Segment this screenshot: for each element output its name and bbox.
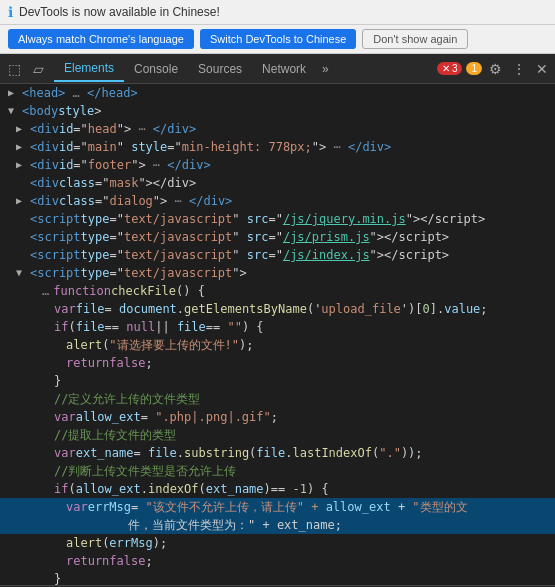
button-bar: Always match Chrome's language Switch De… — [0, 25, 555, 54]
notification-bar: ℹ DevTools is now available in Chinese! — [0, 0, 555, 25]
error-count: 3 — [452, 63, 458, 74]
code-line: ▶ <div class="mask"></div> — [0, 174, 555, 192]
code-line: ▶ //判断上传文件类型是否允许上传 — [0, 462, 555, 480]
notification-text: DevTools is now available in Chinese! — [19, 5, 547, 19]
code-line: ▼ <script type="text/javascript"> — [0, 264, 555, 282]
more-tabs-button[interactable]: » — [316, 62, 335, 76]
tree-toggle[interactable]: ▶ — [8, 84, 20, 102]
code-line: ▶ var ext_name = file.substring(file.las… — [0, 444, 555, 462]
right-icons: ✕ 3 1 ⚙ ⋮ ✕ — [437, 61, 551, 77]
code-line: ▼ <body style> — [0, 102, 555, 120]
tab-network[interactable]: Network — [252, 57, 316, 81]
more-options-icon[interactable]: ⋮ — [509, 61, 529, 77]
code-line: ▶ <script type="text/javascript" src="/j… — [0, 210, 555, 228]
switch-chinese-button[interactable]: Switch DevTools to Chinese — [200, 29, 356, 49]
tab-bar: ⬚ ▱ Elements Console Sources Network » ✕… — [0, 54, 555, 84]
code-line: ▶ var file = document.getElementsByName(… — [0, 300, 555, 318]
code-line: ▶ } — [0, 570, 555, 585]
code-line: ▶ } — [0, 372, 555, 390]
code-line: ▶ … function checkFile() { — [0, 282, 555, 300]
code-line: ▶ <div class="dialog"> ⋯ </div> — [0, 192, 555, 210]
code-line: ▶ <div id="footer"> ⋯ </div> — [0, 156, 555, 174]
tab-sources[interactable]: Sources — [188, 57, 252, 81]
code-line: ▶ <script type="text/javascript" src="/j… — [0, 246, 555, 264]
code-line: ▶ alert(errMsg); — [0, 534, 555, 552]
inspect-icon[interactable]: ⬚ — [4, 59, 25, 79]
match-language-button[interactable]: Always match Chrome's language — [8, 29, 194, 49]
code-line: ▶ alert("请选择要上传的文件!"); — [0, 336, 555, 354]
close-icon[interactable]: ✕ — [533, 61, 551, 77]
tree-toggle[interactable]: ▼ — [8, 102, 20, 120]
dismiss-button[interactable]: Don't show again — [362, 29, 468, 49]
code-line: ▶ return false; — [0, 354, 555, 372]
tree-toggle[interactable]: ▶ — [16, 120, 28, 138]
tree-toggle[interactable]: ▶ — [16, 192, 28, 210]
code-area[interactable]: ▶ <head> … </head> ▼ <body style> ▶ <div… — [0, 84, 555, 585]
tree-toggle[interactable]: ▶ — [16, 138, 28, 156]
code-line: ▶ if (file == null || file == "") { — [0, 318, 555, 336]
settings-icon[interactable]: ⚙ — [486, 61, 505, 77]
code-line: ▶ //提取上传文件的类型 — [0, 426, 555, 444]
code-line: ▶ var errMsg = "该文件不允许上传，请上传" + allow_ex… — [0, 498, 555, 534]
error-x-icon: ✕ — [442, 63, 450, 74]
code-line: ▶ <div id="main" style="min-height: 778p… — [0, 138, 555, 156]
tab-console[interactable]: Console — [124, 57, 188, 81]
tree-toggle[interactable]: ▶ — [16, 156, 28, 174]
code-line: ▶ return false; — [0, 552, 555, 570]
error-badge: ✕ 3 — [437, 62, 463, 75]
tab-left-icons: ⬚ ▱ — [4, 59, 54, 79]
info-icon: ℹ — [8, 4, 13, 20]
code-line: ▶ <script type="text/javascript" src="/j… — [0, 228, 555, 246]
code-line: ▶ if (allow_ext.indexOf(ext_name) == -1)… — [0, 480, 555, 498]
tree-toggle[interactable]: ▼ — [16, 264, 28, 282]
code-line: ▶ //定义允许上传的文件类型 — [0, 390, 555, 408]
code-line: ▶ <div id="head"> ⋯ </div> — [0, 120, 555, 138]
warning-badge: 1 — [466, 62, 482, 75]
code-line: ▶ <head> … </head> — [0, 84, 555, 102]
code-line: ▶ var allow_ext = ".php|.png|.gif"; — [0, 408, 555, 426]
device-icon[interactable]: ▱ — [29, 59, 48, 79]
tab-elements[interactable]: Elements — [54, 56, 124, 82]
